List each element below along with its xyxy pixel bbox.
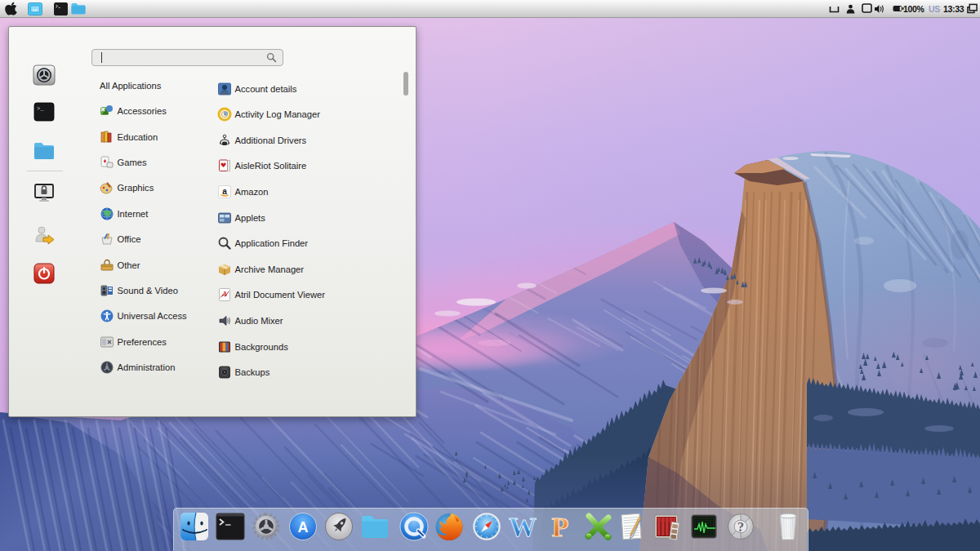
- svg-text:?: ?: [737, 520, 744, 534]
- svg-text:A: A: [298, 519, 309, 535]
- svg-text:a: a: [222, 187, 227, 196]
- svg-text:A: A: [221, 290, 227, 298]
- svg-text:P: P: [552, 512, 569, 542]
- svg-text:W: W: [509, 512, 537, 542]
- svg-text:>_: >_: [37, 105, 44, 112]
